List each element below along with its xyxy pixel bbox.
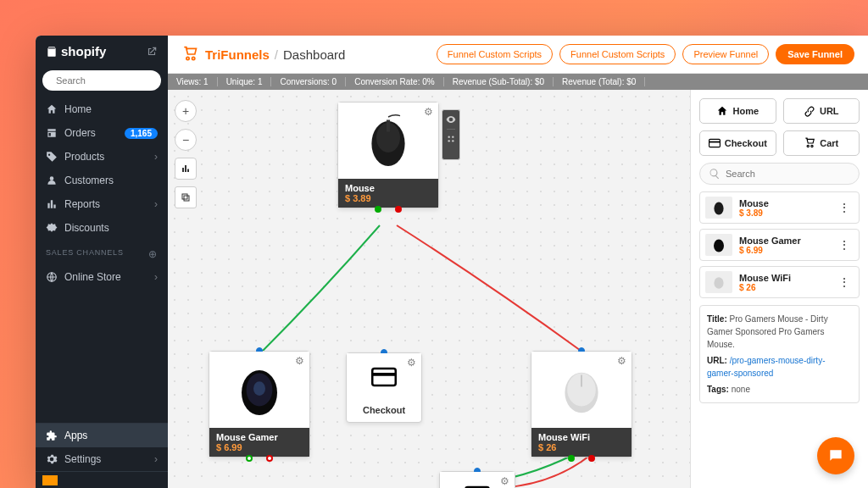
node-settings-icon[interactable]: ⚙ [424, 106, 433, 118]
eye-icon[interactable] [445, 114, 457, 125]
funnel-node-product-mouse-wifi[interactable]: ⚙ Mouse WiFi $ 26 [531, 351, 632, 458]
external-link-icon[interactable] [146, 46, 158, 58]
funnel-node-checkout-2[interactable]: ⚙ Checkout [439, 471, 515, 488]
svg-point-23 [714, 239, 724, 252]
orders-badge: 1,165 [125, 128, 158, 139]
sidebar-item-settings[interactable]: Settings› [36, 447, 168, 471]
mouse-gamer-thumb-icon [709, 236, 729, 253]
port-fail[interactable] [588, 455, 595, 462]
sidebar-item-products[interactable]: Products› [36, 145, 168, 169]
svg-point-24 [714, 277, 723, 289]
node-settings-icon[interactable]: ⚙ [617, 355, 626, 367]
discount-icon [46, 222, 58, 234]
node-label: Checkout [347, 400, 421, 422]
node-settings-icon[interactable]: ⚙ [407, 357, 416, 369]
orders-icon [46, 127, 58, 139]
port-fail[interactable] [395, 206, 402, 213]
product-search[interactable] [699, 163, 860, 185]
svg-point-22 [714, 202, 723, 214]
port-success[interactable] [568, 455, 575, 462]
funnel-node-product-mouse[interactable]: ⚙ Mouse $ 3.89 [337, 102, 439, 208]
chat-icon [827, 447, 844, 464]
mouse-wifi-thumb-icon [709, 274, 729, 291]
topbar: TriFunnels / Dashboard Funnel Custom Scr… [168, 36, 868, 74]
handle-icon[interactable] [445, 133, 457, 145]
chat-fab[interactable] [817, 437, 854, 474]
port-success[interactable] [375, 206, 381, 213]
chevron-right-icon: › [154, 151, 158, 163]
sidebar-search-input[interactable] [56, 75, 173, 86]
cart-icon [804, 137, 815, 149]
breadcrumb-page: Dashboard [283, 47, 345, 62]
port-fail[interactable] [266, 455, 273, 462]
product-detail-panel: Title: Pro Gamers Mouse - Dirty Gamer Sp… [699, 305, 860, 403]
node-title: Mouse WiFi [538, 432, 625, 442]
funnel-custom-scripts-button-2[interactable]: Funnel Custom Scripts [559, 44, 676, 64]
breadcrumb-app[interactable]: TriFunnels [205, 47, 270, 62]
stat-views: Views: 1 [168, 77, 218, 86]
sidebar-item-home[interactable]: Home [36, 97, 168, 121]
stat-revenue-total: Revenue (Total): $0 [554, 77, 645, 86]
preview-funnel-button[interactable]: Preview Funnel [682, 44, 769, 64]
mouse-gamer-image [230, 360, 289, 419]
node-settings-icon[interactable]: ⚙ [295, 355, 304, 367]
product-search-input[interactable] [726, 169, 850, 179]
globe-icon [46, 271, 58, 283]
add-cart-button[interactable]: Cart [783, 130, 860, 156]
sidebar-item-reports[interactable]: Reports› [36, 192, 168, 216]
credit-card-icon [709, 137, 721, 149]
sidebar-item-apps[interactable]: Apps [36, 424, 168, 447]
port-success[interactable] [246, 455, 253, 462]
stats-toggle-button[interactable] [175, 158, 197, 180]
sidebar-item-orders[interactable]: Orders1,165 [36, 121, 168, 145]
stats-bar: Views: 1 Unique: 1 Conversions: 0 Conver… [168, 74, 868, 90]
node-title: Mouse Gamer [216, 432, 303, 442]
add-checkout-button[interactable]: Checkout [699, 130, 776, 156]
add-channel-icon[interactable]: ⊕ [148, 248, 158, 260]
user-icon [46, 175, 58, 186]
node-side-controls[interactable] [442, 109, 460, 160]
stat-conversions: Conversions: 0 [271, 77, 346, 86]
more-options-icon[interactable]: ⋮ [835, 238, 854, 252]
sidebar-item-online-store[interactable]: Online Store› [36, 265, 168, 289]
funnel-canvas[interactable]: ⚙ Mouse $ 3.89 [168, 90, 690, 488]
copy-button[interactable] [175, 186, 197, 208]
sidebar-section-channels: SALES CHANNELS⊕ [36, 240, 168, 265]
canvas-toolbar: + − [175, 100, 197, 208]
sidebar-item-discounts[interactable]: Discounts [36, 216, 168, 240]
search-icon [709, 168, 721, 180]
stat-conversion-rate: Conversion Rate: 0% [346, 77, 444, 86]
svg-rect-20 [709, 139, 720, 147]
funnel-node-product-mouse-gamer[interactable]: ⚙ Mouse Gamer $ 6.99 [209, 351, 310, 458]
svg-point-12 [253, 381, 265, 396]
zoom-in-button[interactable]: + [175, 100, 197, 122]
save-funnel-button[interactable]: Save Funnel [776, 44, 854, 64]
svg-rect-21 [709, 141, 720, 143]
svg-rect-14 [372, 373, 396, 376]
tag-icon [46, 151, 58, 163]
node-price: $ 26 [538, 442, 625, 452]
node-settings-icon[interactable]: ⚙ [500, 475, 509, 487]
svg-point-9 [452, 140, 453, 141]
node-price: $ 3.89 [345, 193, 431, 203]
svg-rect-5 [387, 120, 390, 132]
chevron-right-icon: › [154, 271, 158, 283]
zoom-out-button[interactable]: − [175, 129, 197, 151]
funnel-custom-scripts-button[interactable]: Funnel Custom Scripts [437, 44, 553, 64]
product-list-item[interactable]: Mouse$ 3.89 ⋮ [699, 191, 860, 224]
product-list-item[interactable]: Mouse WiFi$ 26 ⋮ [699, 266, 860, 298]
node-title: Mouse [345, 183, 431, 193]
funnel-node-checkout-1[interactable]: ⚙ Checkout [346, 352, 422, 423]
sidebar-search[interactable] [42, 70, 161, 91]
add-home-button[interactable]: Home [699, 98, 776, 124]
right-panel: Home URL Checkout Cart Mouse$ 3.89 ⋮ [690, 90, 868, 488]
stat-revenue-subtotal: Revenue (Sub-Total): $0 [444, 77, 554, 86]
sidebar-item-customers[interactable]: Customers [36, 169, 168, 192]
more-options-icon[interactable]: ⋮ [835, 201, 854, 214]
stat-unique: Unique: 1 [218, 77, 272, 86]
more-options-icon[interactable]: ⋮ [835, 275, 854, 289]
home-icon [46, 103, 58, 115]
product-list-item[interactable]: Mouse Gamer$ 6.99 ⋮ [699, 229, 860, 261]
add-url-button[interactable]: URL [783, 98, 860, 124]
svg-point-7 [452, 136, 453, 138]
